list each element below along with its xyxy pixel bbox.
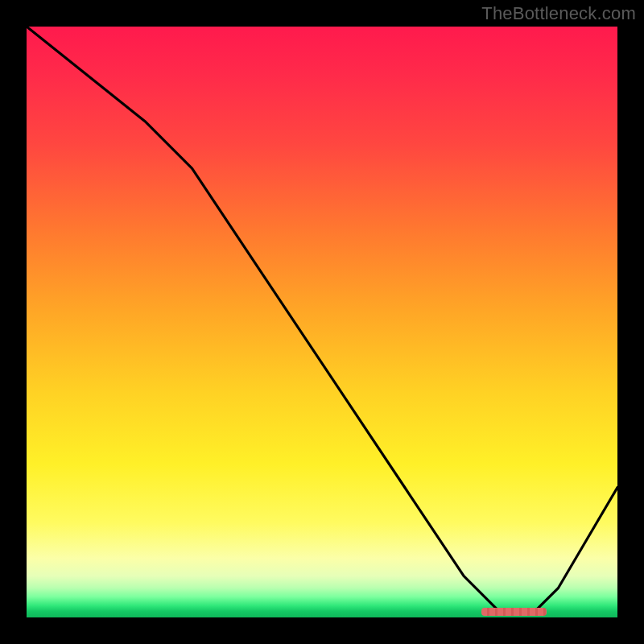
optimal-range-marker xyxy=(481,608,547,616)
curve-path xyxy=(27,27,617,612)
plot-area xyxy=(27,27,617,617)
watermark-text: TheBottleneck.com xyxy=(481,3,636,24)
bottleneck-curve xyxy=(27,27,617,617)
chart-frame: TheBottleneck.com xyxy=(0,0,644,644)
